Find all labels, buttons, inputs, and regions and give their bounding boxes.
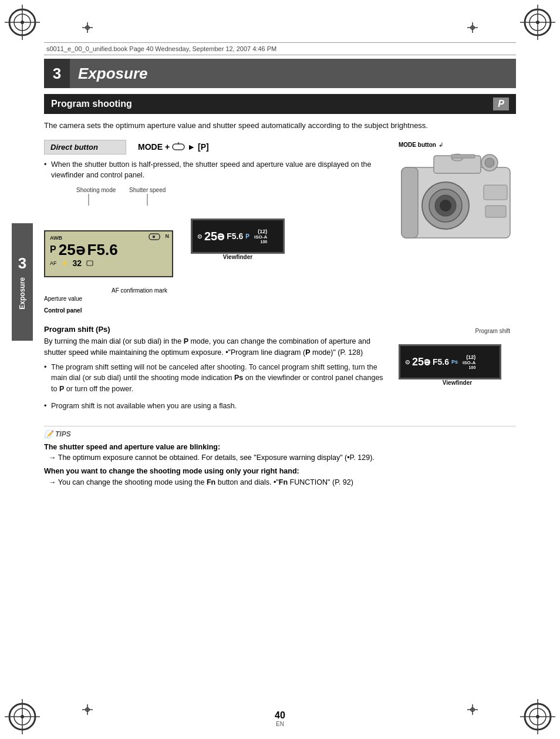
lcd-af: AF	[50, 260, 57, 266]
direct-button-row: Direct button MODE + ► [P]	[44, 140, 387, 154]
intro-text: The camera sets the optimum aperture val…	[44, 120, 516, 132]
chapter-header: 3 Exposure	[44, 59, 516, 88]
svg-point-44	[440, 200, 451, 211]
tips-item1-bold: The shutter speed and aperture value are…	[44, 443, 220, 451]
viewfinder-display: ⊙ 25ə F5.6 P (12) ISO-A 100	[191, 219, 285, 254]
svg-point-4	[21, 21, 24, 24]
tips-label: TIPS	[55, 430, 71, 438]
footer: 40 EN	[44, 710, 516, 727]
af-label: AF confirmation mark	[112, 287, 167, 294]
direct-button-command: MODE + ► [P]	[138, 142, 209, 152]
sidebar-chapter-title: Exposure	[18, 277, 26, 310]
vf-shutter: 25ə	[204, 229, 224, 243]
main-content: Program shooting P The camera sets the o…	[44, 94, 516, 692]
metadata-bar: s0011_e_00_0_unified.book Page 40 Wednes…	[44, 42, 516, 55]
bullet-text-1: When the shutter button is half-pressed,…	[44, 159, 387, 182]
tips-arrow2: →	[49, 478, 56, 486]
tips-note-icon: 📝	[44, 430, 53, 438]
shooting-mode-label: Shooting mode	[76, 187, 116, 193]
ps-vf-iso2: 100	[469, 365, 476, 370]
svg-point-9	[536, 21, 539, 24]
svg-point-19	[536, 715, 539, 718]
section-badge: P	[493, 98, 509, 110]
svg-rect-47	[484, 185, 507, 200]
svg-point-14	[21, 715, 24, 718]
vf-aperture: F5.6	[227, 231, 243, 241]
lcd-panel: AWB N P	[44, 230, 173, 277]
section-header: Program shooting P	[44, 94, 516, 114]
svg-rect-32	[173, 144, 184, 150]
tips-section: 📝 TIPS The shutter speed and aperture va…	[44, 426, 516, 488]
corner-decoration-bl	[5, 699, 40, 734]
vf-p: P	[245, 233, 249, 240]
vf-iso2: 100	[260, 240, 267, 244]
crosshair-top-left	[82, 22, 93, 35]
arrow-right: ►	[187, 142, 195, 152]
ps-vf-ps: Ps	[451, 359, 458, 365]
mode-button-label: MODE button	[399, 142, 436, 148]
ps-vf-label: Viewfinder	[399, 379, 516, 386]
lcd-shutter: 25ə	[59, 242, 85, 257]
tips-header: 📝 TIPS	[44, 430, 516, 438]
ps-viewfinder-area: Program shift ⊙ 25ə F5.6 Ps (12) ISO-A 1…	[399, 336, 516, 418]
tips-item1-body: → The optimum exposure cannot be obtaine…	[44, 452, 516, 463]
lcd-mode-icon	[149, 232, 161, 243]
p-bracket: [P]	[198, 142, 209, 152]
lcd-n: N	[166, 233, 170, 239]
viewfinder-section: ⊙ 25ə F5.6 P (12) ISO-A 100 Viewfinder	[191, 216, 285, 260]
section-title: Program shooting	[51, 99, 132, 109]
plus-sign: +	[165, 142, 170, 152]
svg-rect-38	[87, 261, 93, 266]
ps-vf-frames: (12)	[466, 354, 475, 360]
tips-item2-body: → You can change the shooting mode using…	[44, 477, 516, 488]
chapter-number-box: 3	[44, 59, 70, 88]
corner-decoration-br	[520, 699, 555, 734]
vf-iso: ISO-A	[254, 234, 267, 240]
ps-vf-iso: ISO-A	[463, 360, 475, 365]
tips-arrow1: →	[49, 454, 56, 462]
sidebar-label: 3 Exposure	[12, 223, 33, 341]
program-shift-section: Program shift (Ps) By turning the main d…	[44, 325, 516, 418]
lcd-indicator	[86, 260, 93, 266]
vf-frames: (12)	[258, 229, 267, 234]
ps-vf-icon: ⊙	[405, 359, 410, 365]
shooting-mode-line	[88, 194, 89, 206]
vf-icon: ⊙	[197, 233, 202, 240]
svg-rect-51	[451, 154, 475, 158]
ps-shift-label: Program shift	[475, 328, 510, 334]
tips-item2-bold: When you want to change the shooting mod…	[44, 467, 299, 475]
chapter-title: Exposure	[78, 65, 148, 83]
lcd-flash-icon: ⚡	[62, 260, 68, 266]
lcd-p: P	[50, 244, 56, 255]
control-panel-label: Control panel	[44, 307, 82, 314]
crosshair-top-right	[467, 22, 478, 35]
page-number: 40	[275, 710, 285, 721]
tips-item2-text: You can change the shooting mode using t…	[58, 478, 353, 486]
ps-bullet1: The program shift setting will not be ca…	[44, 362, 389, 395]
camera-drawing	[399, 150, 513, 241]
svg-rect-49	[402, 167, 418, 238]
page-lang: EN	[275, 721, 285, 727]
metadata-text: s0011_e_00_0_unified.book Page 40 Wednes…	[46, 45, 276, 52]
lcd-number: 32	[73, 258, 82, 268]
aperture-label: Aperture value	[44, 295, 82, 302]
svg-point-46	[485, 158, 494, 167]
viewfinder-label: Viewfinder	[191, 254, 285, 260]
lcd-aperture: F5.6	[87, 242, 118, 257]
camera-image-section: MODE button ↲	[399, 140, 516, 243]
ps-body1: By turning the main dial (or sub dial) i…	[44, 336, 389, 358]
ps-header: Program shift (Ps)	[44, 325, 516, 334]
ps-viewfinder: ⊙ 25ə F5.6 Ps (12) ISO-A 100	[399, 344, 501, 379]
tips-body: The shutter speed and aperture value are…	[44, 442, 516, 488]
mode-text: MODE	[138, 142, 163, 152]
shutter-speed-line	[147, 194, 148, 206]
chapter-number: 3	[53, 65, 61, 83]
corner-decoration-tr	[520, 5, 555, 40]
sidebar-number: 3	[18, 254, 26, 273]
svg-rect-48	[485, 206, 506, 217]
lcd-awb: AWB	[50, 235, 62, 241]
ps-bullet2: Program shift is not available when you …	[44, 401, 389, 412]
svg-rect-37	[153, 236, 155, 238]
tips-item1-text: The optimum exposure cannot be obtained.…	[58, 454, 375, 462]
dial-icon	[172, 142, 185, 152]
